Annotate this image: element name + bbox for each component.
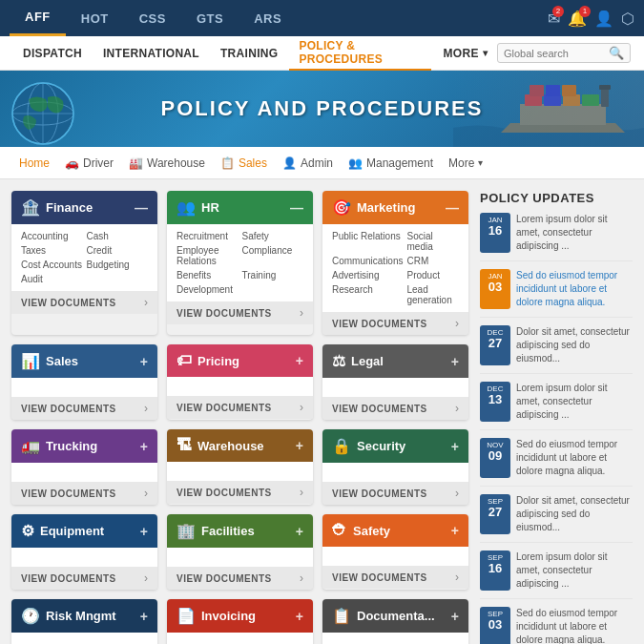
finance-link-taxes[interactable]: Taxes <box>21 244 83 257</box>
marketing-link-research[interactable]: Research <box>332 283 403 306</box>
legal-expand-btn[interactable]: + <box>451 354 459 369</box>
nav-item-dispatch[interactable]: DISPATCH <box>13 36 92 71</box>
hr-link-training[interactable]: Training <box>242 269 304 281</box>
update-day-jan16: 16 <box>484 224 507 237</box>
nav-item-international[interactable]: INTERNATIONAL <box>93 36 209 71</box>
hr-collapse-btn[interactable]: — <box>290 200 303 216</box>
hr-link-development[interactable]: Development <box>177 283 239 296</box>
marketing-link-advertising[interactable]: Advertising <box>332 269 403 281</box>
card-trucking-header-left: 🚛 Trucking <box>21 437 97 455</box>
admin-icon: 👤 <box>282 156 297 170</box>
safety-expand-btn[interactable]: + <box>451 523 459 538</box>
update-date-jan16: Jan 16 <box>480 213 510 253</box>
finance-collapse-btn[interactable]: — <box>135 200 148 216</box>
marketing-link-pr[interactable]: Public Relations <box>332 230 403 253</box>
sales-card-icon: 📊 <box>21 352 40 370</box>
card-safety-footer[interactable]: VIEW DOCUMENTS › <box>322 566 468 589</box>
facilities-footer-arrow: › <box>300 571 303 585</box>
card-trucking: 🚛 Trucking + VIEW DOCUMENTS › <box>11 429 157 505</box>
card-equipment-footer[interactable]: VIEW DOCUMENTS › <box>11 567 157 590</box>
export-icon[interactable]: ⬡ <box>621 10 634 28</box>
finance-link-accounting[interactable]: Accounting <box>21 230 83 242</box>
safety-footer-text: VIEW DOCUMENTS <box>332 572 427 583</box>
invoicing-expand-btn[interactable]: + <box>296 609 303 624</box>
card-facilities-footer[interactable]: VIEW DOCUMENTS › <box>167 567 313 590</box>
update-text-jan16: Lorem ipsum dolor sit amet, consectetur … <box>516 213 633 253</box>
subnav-more[interactable]: More ▾ <box>443 156 488 170</box>
marketing-collapse-btn[interactable]: — <box>446 200 459 216</box>
card-safety: ⛑ Safety + VIEW DOCUMENTS › <box>322 514 468 590</box>
svg-rect-6 <box>520 104 606 125</box>
hr-link-safety[interactable]: Safety <box>242 230 304 242</box>
top-nav-tab-gts[interactable]: GTS <box>181 0 239 36</box>
card-security-title: Security <box>357 439 405 453</box>
nav-item-more[interactable]: MORE ▾ <box>433 36 497 71</box>
update-item-sep27: Sep 27 Dolor sit amet, consectetur adipi… <box>480 494 633 543</box>
top-nav-tab-ars[interactable]: ARS <box>239 0 297 36</box>
user-icon[interactable]: 👤 <box>594 10 613 28</box>
hr-link-employee[interactable]: Employee Relations <box>177 244 239 267</box>
sales-expand-btn[interactable]: + <box>140 354 148 369</box>
update-item-sep03: Sep 03 Sed do eiusmod tempor incididunt … <box>480 607 633 644</box>
nav-item-training[interactable]: TRAINING <box>211 36 287 71</box>
card-equipment-body <box>11 548 157 567</box>
finance-link-cash[interactable]: Cash <box>87 230 149 242</box>
marketing-link-crm[interactable]: CRM <box>406 255 459 267</box>
subnav-management[interactable]: 👥 Management <box>343 156 439 170</box>
top-nav-tab-hot[interactable]: HOT <box>66 0 124 36</box>
finance-link-credit[interactable]: Credit <box>87 244 149 257</box>
card-sales-footer[interactable]: VIEW DOCUMENTS › <box>11 397 157 420</box>
documenta-expand-btn[interactable]: + <box>451 609 459 624</box>
finance-link-budgeting[interactable]: Budgeting <box>87 259 149 271</box>
equipment-expand-btn[interactable]: + <box>140 524 148 539</box>
card-facilities-header: 🏢 Facilities + <box>167 514 313 548</box>
card-legal-footer[interactable]: VIEW DOCUMENTS › <box>322 397 468 420</box>
trucking-expand-btn[interactable]: + <box>140 439 148 454</box>
card-security-footer[interactable]: VIEW DOCUMENTS › <box>322 482 468 505</box>
hr-link-compliance[interactable]: Compliance <box>242 244 304 267</box>
card-documenta-body <box>322 633 468 644</box>
card-finance-body: Accounting Cash Taxes Credit Cost Accoun… <box>11 224 157 291</box>
riskmngmt-expand-btn[interactable]: + <box>140 609 148 624</box>
card-hr-footer[interactable]: VIEW DOCUMENTS › <box>167 301 313 324</box>
warehouse-icon: 🏭 <box>129 156 143 170</box>
subnav-warehouse[interactable]: 🏭 Warehouse <box>123 156 211 170</box>
warehouse-expand-btn[interactable]: + <box>296 438 303 453</box>
search-input[interactable] <box>504 48 609 59</box>
subnav-sales[interactable]: 📋 Sales <box>215 156 273 170</box>
search-icon[interactable]: 🔍 <box>609 46 624 60</box>
hr-link-benefits[interactable]: Benefits <box>177 269 239 281</box>
marketing-link-social[interactable]: Social media <box>406 230 459 253</box>
pricing-expand-btn[interactable]: + <box>296 353 303 368</box>
security-expand-btn[interactable]: + <box>451 439 459 454</box>
update-day-dec13: 13 <box>484 393 507 405</box>
card-marketing-footer[interactable]: VIEW DOCUMENTS › <box>322 312 468 335</box>
top-nav-tab-aff[interactable]: AFF <box>10 0 66 36</box>
subnav-driver[interactable]: 🚗 Driver <box>59 156 119 170</box>
envelope-icon[interactable]: ✉ 2 <box>548 10 560 28</box>
hr-link-recruitment[interactable]: Recruitment <box>177 230 239 242</box>
card-documenta-title: Documenta... <box>357 609 435 623</box>
marketing-link-comms[interactable]: Communications <box>332 255 403 267</box>
update-text-sep16: Lorem ipsum dolor sit amet, consectetur … <box>516 551 633 591</box>
facilities-icon: 🏢 <box>177 522 196 540</box>
finance-link-costaccounts[interactable]: Cost Accounts <box>21 259 83 271</box>
marketing-link-product[interactable]: Product <box>406 269 459 281</box>
card-facilities-header-left: 🏢 Facilities <box>177 522 255 540</box>
top-nav-tabs: AFF HOT CSS GTS ARS <box>10 0 548 36</box>
card-sales-body <box>11 378 157 397</box>
card-warehouse-footer[interactable]: VIEW DOCUMENTS › <box>167 481 313 504</box>
marketing-link-leadgen[interactable]: Lead generation <box>406 283 459 306</box>
card-pricing-footer[interactable]: VIEW DOCUMENTS › <box>167 396 313 419</box>
facilities-expand-btn[interactable]: + <box>296 524 303 539</box>
subnav-home[interactable]: Home <box>13 156 55 170</box>
card-hr-body: Recruitment Safety Employee Relations Co… <box>167 224 313 301</box>
finance-link-audit[interactable]: Audit <box>21 273 83 285</box>
card-grid-area: 🏦 Finance — Accounting Cash Taxes Credit… <box>11 191 468 644</box>
subnav-admin[interactable]: 👤 Admin <box>277 156 339 170</box>
nav-item-policy[interactable]: POLICY & PROCEDURES <box>289 36 431 71</box>
card-finance-footer[interactable]: VIEW DOCUMENTS › <box>11 291 157 314</box>
top-nav-tab-css[interactable]: CSS <box>124 0 181 36</box>
card-trucking-footer[interactable]: VIEW DOCUMENTS › <box>11 482 157 505</box>
bell-icon[interactable]: 🔔 1 <box>568 10 587 28</box>
